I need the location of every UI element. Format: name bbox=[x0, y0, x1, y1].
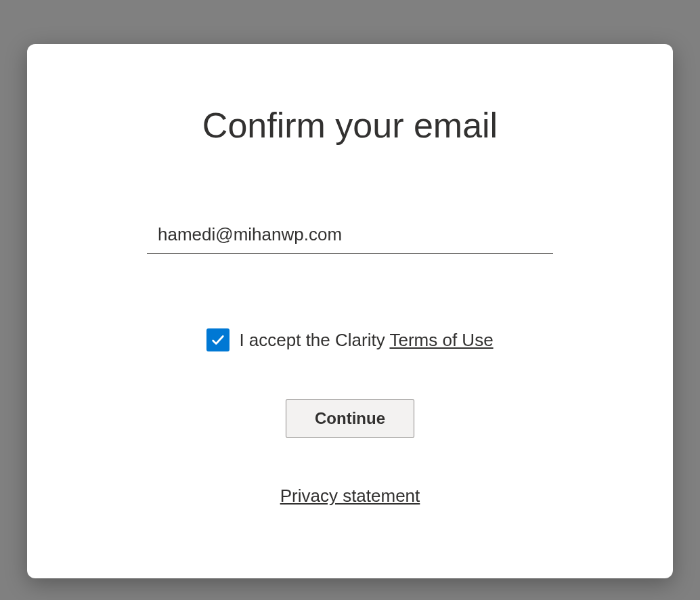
check-icon bbox=[211, 333, 225, 347]
email-input[interactable]: hamedi@mihanwp.com bbox=[147, 220, 553, 254]
accept-terms-checkbox[interactable] bbox=[206, 328, 229, 351]
continue-button[interactable]: Continue bbox=[286, 399, 414, 438]
terms-checkbox-row: I accept the Clarity Terms of Use bbox=[206, 328, 493, 351]
confirm-email-dialog: Confirm your email hamedi@mihanwp.com I … bbox=[27, 44, 673, 578]
accept-terms-label: I accept the Clarity Terms of Use bbox=[239, 330, 493, 351]
terms-of-use-link[interactable]: Terms of Use bbox=[389, 330, 493, 350]
privacy-statement-link[interactable]: Privacy statement bbox=[280, 486, 420, 507]
dialog-title: Confirm your email bbox=[202, 105, 498, 146]
